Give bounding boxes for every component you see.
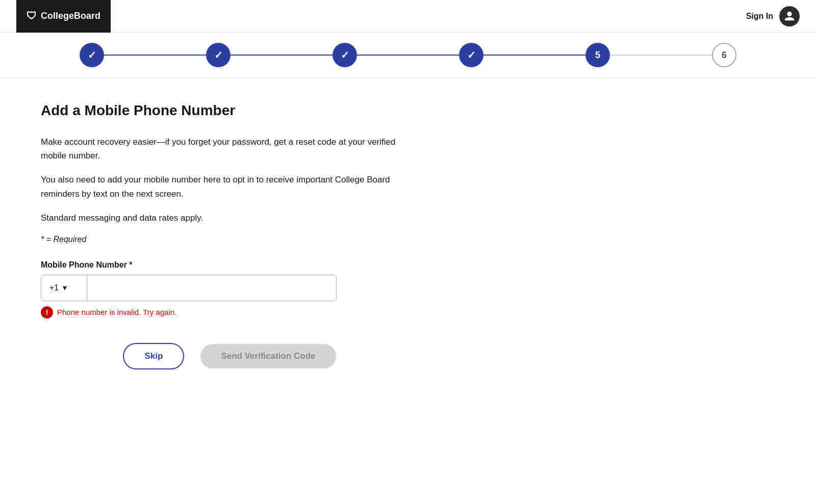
country-code-dropdown[interactable]: +1 ▾	[41, 275, 87, 301]
phone-input-container: +1 ▾	[41, 275, 337, 301]
country-code-value: +1	[49, 283, 59, 293]
logo-shield-icon: 🛡	[27, 10, 37, 22]
step-5: 5	[585, 43, 610, 67]
error-message-container: ! Phone number is invalid. Try again.	[41, 306, 418, 319]
step-line-3	[357, 55, 459, 56]
phone-field-group: Mobile Phone Number * +1 ▾ ! Phone numbe…	[41, 260, 418, 319]
step-6-label: 6	[722, 50, 727, 61]
chevron-down-icon: ▾	[63, 283, 67, 293]
header-right: Sign In	[746, 6, 800, 26]
error-icon: !	[41, 306, 53, 319]
step-1: ✓	[80, 43, 104, 67]
step-4: ✓	[459, 43, 483, 67]
progress-steps: ✓ ✓ ✓ ✓ 5 6	[0, 33, 816, 78]
phone-field-label: Mobile Phone Number *	[41, 260, 418, 270]
logo-text: CollegeBoard	[41, 11, 100, 21]
avatar[interactable]	[779, 6, 800, 26]
steps-container: ✓ ✓ ✓ ✓ 5 6	[80, 43, 736, 67]
step-2-check: ✓	[214, 49, 223, 61]
step-line-4	[483, 55, 585, 56]
header: 🛡 CollegeBoard Sign In	[0, 0, 816, 33]
description-1: Make account recovery easier—if you forg…	[41, 135, 398, 163]
logo: 🛡 CollegeBoard	[27, 10, 100, 22]
step-line-2	[231, 55, 333, 56]
page-title: Add a Mobile Phone Number	[41, 102, 418, 119]
send-verification-button[interactable]: Send Verification Code	[200, 344, 336, 368]
step-1-check: ✓	[88, 49, 96, 61]
step-6: 6	[712, 43, 736, 67]
phone-number-input[interactable]	[87, 275, 336, 301]
step-line-5	[610, 55, 712, 56]
sign-in-text[interactable]: Sign In	[746, 12, 773, 21]
buttons-row: Skip Send Verification Code	[41, 343, 418, 369]
step-2: ✓	[206, 43, 231, 67]
step-4-check: ✓	[467, 49, 476, 61]
step-3-check: ✓	[341, 49, 349, 61]
required-note: * = Required	[41, 235, 418, 244]
description-2: You also need to add your mobile number …	[41, 173, 398, 200]
logo-container: 🛡 CollegeBoard	[16, 0, 111, 33]
skip-button[interactable]: Skip	[123, 343, 184, 369]
step-line-1	[104, 55, 206, 56]
main-content: Add a Mobile Phone Number Make account r…	[0, 78, 459, 394]
description-3: Standard messaging and data rates apply.	[41, 211, 398, 225]
step-5-label: 5	[595, 50, 600, 61]
step-3: ✓	[333, 43, 357, 67]
error-text: Phone number is invalid. Try again.	[57, 308, 176, 316]
